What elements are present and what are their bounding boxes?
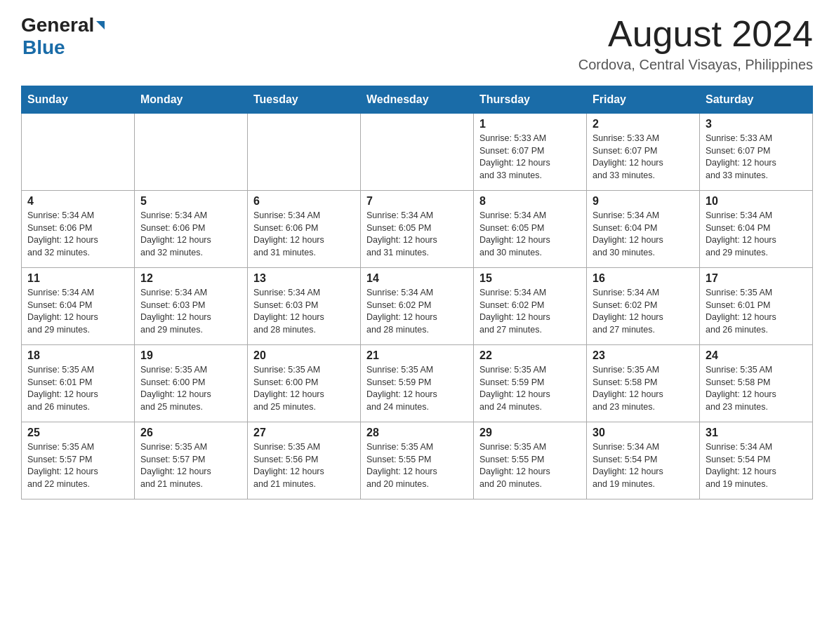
day-number: 14	[366, 272, 468, 285]
day-number: 30	[593, 427, 694, 439]
day-number: 26	[140, 427, 241, 439]
logo-general-text: General	[21, 14, 94, 36]
day-number: 2	[593, 118, 694, 130]
location-title: Cordova, Central Visayas, Philippines	[578, 57, 813, 73]
day-number: 24	[706, 349, 807, 362]
day-info: Sunrise: 5:34 AMSunset: 5:54 PMDaylight:…	[706, 441, 807, 490]
day-number: 23	[593, 349, 694, 362]
calendar-cell: 21Sunrise: 5:35 AMSunset: 5:59 PMDayligh…	[361, 345, 474, 422]
day-number: 18	[27, 349, 128, 362]
logo-blue-text: Blue	[22, 36, 106, 59]
calendar-cell: 28Sunrise: 5:35 AMSunset: 5:55 PMDayligh…	[361, 422, 474, 499]
day-number: 9	[593, 195, 694, 208]
day-info: Sunrise: 5:34 AMSunset: 6:05 PMDaylight:…	[479, 210, 581, 259]
calendar-cell: 13Sunrise: 5:34 AMSunset: 6:03 PMDayligh…	[248, 268, 361, 345]
week-row-1: 1Sunrise: 5:33 AMSunset: 6:07 PMDaylight…	[22, 114, 813, 191]
day-number: 20	[253, 349, 355, 362]
day-number: 16	[593, 272, 694, 285]
day-info: Sunrise: 5:35 AMSunset: 5:56 PMDaylight:…	[253, 441, 355, 490]
calendar-cell: 15Sunrise: 5:34 AMSunset: 6:02 PMDayligh…	[474, 268, 587, 345]
day-info: Sunrise: 5:35 AMSunset: 5:58 PMDaylight:…	[706, 364, 807, 413]
calendar-cell: 17Sunrise: 5:35 AMSunset: 6:01 PMDayligh…	[700, 268, 813, 345]
logo-triangle-icon	[95, 20, 106, 31]
svg-marker-0	[96, 21, 105, 29]
weekday-header-row: SundayMondayTuesdayWednesdayThursdayFrid…	[22, 86, 813, 114]
calendar-cell: 7Sunrise: 5:34 AMSunset: 6:05 PMDaylight…	[361, 191, 474, 268]
day-info: Sunrise: 5:35 AMSunset: 5:59 PMDaylight:…	[366, 364, 468, 413]
calendar-cell: 4Sunrise: 5:34 AMSunset: 6:06 PMDaylight…	[22, 191, 135, 268]
calendar-cell: 30Sunrise: 5:34 AMSunset: 5:54 PMDayligh…	[587, 422, 700, 499]
week-row-3: 11Sunrise: 5:34 AMSunset: 6:04 PMDayligh…	[22, 268, 813, 345]
calendar-cell: 14Sunrise: 5:34 AMSunset: 6:02 PMDayligh…	[361, 268, 474, 345]
calendar-cell	[248, 114, 361, 191]
day-number: 25	[27, 427, 128, 439]
day-number: 21	[366, 349, 468, 362]
logo: General Blue	[21, 14, 106, 59]
week-row-2: 4Sunrise: 5:34 AMSunset: 6:06 PMDaylight…	[22, 191, 813, 268]
day-number: 27	[253, 427, 355, 439]
day-info: Sunrise: 5:35 AMSunset: 5:55 PMDaylight:…	[479, 441, 581, 490]
day-info: Sunrise: 5:34 AMSunset: 6:06 PMDaylight:…	[253, 210, 355, 259]
calendar-cell: 16Sunrise: 5:34 AMSunset: 6:02 PMDayligh…	[587, 268, 700, 345]
day-number: 29	[479, 427, 581, 439]
day-number: 22	[479, 349, 581, 362]
day-number: 12	[140, 272, 241, 285]
day-number: 6	[253, 195, 355, 208]
day-number: 15	[479, 272, 581, 285]
day-info: Sunrise: 5:34 AMSunset: 6:06 PMDaylight:…	[27, 210, 128, 259]
day-info: Sunrise: 5:35 AMSunset: 6:00 PMDaylight:…	[140, 364, 241, 413]
weekday-header-thursday: Thursday	[474, 86, 587, 114]
day-info: Sunrise: 5:34 AMSunset: 6:02 PMDaylight:…	[593, 287, 694, 336]
calendar-cell: 18Sunrise: 5:35 AMSunset: 6:01 PMDayligh…	[22, 345, 135, 422]
day-info: Sunrise: 5:34 AMSunset: 6:04 PMDaylight:…	[706, 210, 807, 259]
page-header: General Blue August 2024 Cordova, Centra…	[21, 14, 813, 73]
day-info: Sunrise: 5:35 AMSunset: 5:58 PMDaylight:…	[593, 364, 694, 413]
weekday-header-tuesday: Tuesday	[248, 86, 361, 114]
calendar-cell: 5Sunrise: 5:34 AMSunset: 6:06 PMDaylight…	[135, 191, 248, 268]
day-info: Sunrise: 5:34 AMSunset: 6:06 PMDaylight:…	[140, 210, 241, 259]
calendar-cell: 25Sunrise: 5:35 AMSunset: 5:57 PMDayligh…	[22, 422, 135, 499]
calendar-cell	[22, 114, 135, 191]
calendar-cell: 23Sunrise: 5:35 AMSunset: 5:58 PMDayligh…	[587, 345, 700, 422]
day-info: Sunrise: 5:34 AMSunset: 6:03 PMDaylight:…	[253, 287, 355, 336]
calendar-cell: 31Sunrise: 5:34 AMSunset: 5:54 PMDayligh…	[700, 422, 813, 499]
calendar-cell: 6Sunrise: 5:34 AMSunset: 6:06 PMDaylight…	[248, 191, 361, 268]
day-number: 11	[27, 272, 128, 285]
day-info: Sunrise: 5:35 AMSunset: 5:55 PMDaylight:…	[366, 441, 468, 490]
calendar-cell: 20Sunrise: 5:35 AMSunset: 6:00 PMDayligh…	[248, 345, 361, 422]
day-info: Sunrise: 5:34 AMSunset: 6:04 PMDaylight:…	[593, 210, 694, 259]
weekday-header-sunday: Sunday	[22, 86, 135, 114]
day-info: Sunrise: 5:34 AMSunset: 6:05 PMDaylight:…	[366, 210, 468, 259]
month-title: August 2024	[578, 14, 813, 54]
day-number: 8	[479, 195, 581, 208]
day-number: 1	[479, 118, 581, 130]
calendar-cell	[135, 114, 248, 191]
day-number: 7	[366, 195, 468, 208]
day-info: Sunrise: 5:35 AMSunset: 6:01 PMDaylight:…	[27, 364, 128, 413]
calendar-table: SundayMondayTuesdayWednesdayThursdayFrid…	[21, 86, 813, 499]
day-info: Sunrise: 5:34 AMSunset: 6:04 PMDaylight:…	[27, 287, 128, 336]
day-info: Sunrise: 5:34 AMSunset: 6:02 PMDaylight:…	[366, 287, 468, 336]
day-info: Sunrise: 5:34 AMSunset: 6:03 PMDaylight:…	[140, 287, 241, 336]
day-info: Sunrise: 5:35 AMSunset: 5:57 PMDaylight:…	[140, 441, 241, 490]
day-number: 3	[706, 118, 807, 130]
day-info: Sunrise: 5:35 AMSunset: 5:59 PMDaylight:…	[479, 364, 581, 413]
calendar-cell: 9Sunrise: 5:34 AMSunset: 6:04 PMDaylight…	[587, 191, 700, 268]
weekday-header-saturday: Saturday	[700, 86, 813, 114]
day-info: Sunrise: 5:35 AMSunset: 6:00 PMDaylight:…	[253, 364, 355, 413]
day-info: Sunrise: 5:34 AMSunset: 6:02 PMDaylight:…	[479, 287, 581, 336]
day-number: 5	[140, 195, 241, 208]
day-number: 10	[706, 195, 807, 208]
calendar-cell: 22Sunrise: 5:35 AMSunset: 5:59 PMDayligh…	[474, 345, 587, 422]
day-number: 19	[140, 349, 241, 362]
calendar-cell: 10Sunrise: 5:34 AMSunset: 6:04 PMDayligh…	[700, 191, 813, 268]
day-number: 13	[253, 272, 355, 285]
calendar-cell	[361, 114, 474, 191]
week-row-4: 18Sunrise: 5:35 AMSunset: 6:01 PMDayligh…	[22, 345, 813, 422]
day-number: 4	[27, 195, 128, 208]
day-number: 17	[706, 272, 807, 285]
calendar-cell: 11Sunrise: 5:34 AMSunset: 6:04 PMDayligh…	[22, 268, 135, 345]
calendar-cell: 3Sunrise: 5:33 AMSunset: 6:07 PMDaylight…	[700, 114, 813, 191]
calendar-cell: 27Sunrise: 5:35 AMSunset: 5:56 PMDayligh…	[248, 422, 361, 499]
calendar-cell: 2Sunrise: 5:33 AMSunset: 6:07 PMDaylight…	[587, 114, 700, 191]
